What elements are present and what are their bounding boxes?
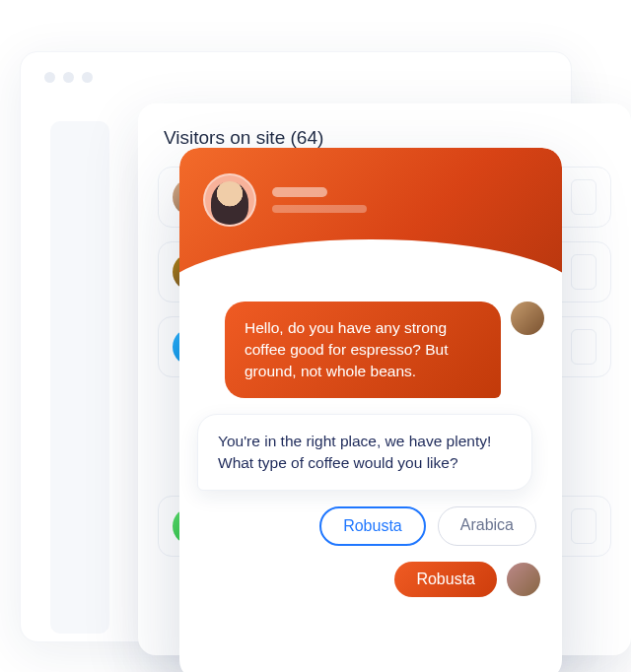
row-action-placeholder — [571, 179, 596, 215]
chat-body: Hello, do you have any strong coffee goo… — [179, 296, 562, 597]
window-dot — [82, 72, 93, 83]
quick-reply-options: Robusta Arabica — [197, 506, 544, 546]
window-dot — [63, 72, 74, 83]
message-row-agent: You're in the right place, we have plent… — [197, 414, 544, 491]
chat-widget: Hello, do you have any strong coffee goo… — [179, 148, 562, 672]
window-dot — [44, 72, 55, 83]
agent-message-bubble: You're in the right place, we have plent… — [197, 414, 532, 491]
message-row-user: Hello, do you have any strong coffee goo… — [197, 302, 544, 398]
sidebar-placeholder — [50, 121, 109, 634]
operator-avatar — [203, 173, 256, 227]
row-action-placeholder — [571, 329, 596, 365]
row-action-placeholder — [571, 254, 596, 290]
chat-header — [179, 148, 562, 296]
window-controls — [21, 52, 571, 97]
user-avatar — [511, 302, 544, 335]
user-avatar — [507, 563, 540, 596]
option-robusta-button[interactable]: Robusta — [319, 506, 426, 546]
operator-info — [203, 173, 367, 227]
operator-name-placeholder — [272, 187, 367, 213]
selected-reply-pill: Robusta — [394, 562, 497, 597]
selected-reply-row: Robusta — [197, 562, 544, 597]
row-action-placeholder — [571, 508, 596, 544]
option-arabica-button[interactable]: Arabica — [438, 506, 536, 546]
user-message-bubble: Hello, do you have any strong coffee goo… — [225, 302, 501, 398]
